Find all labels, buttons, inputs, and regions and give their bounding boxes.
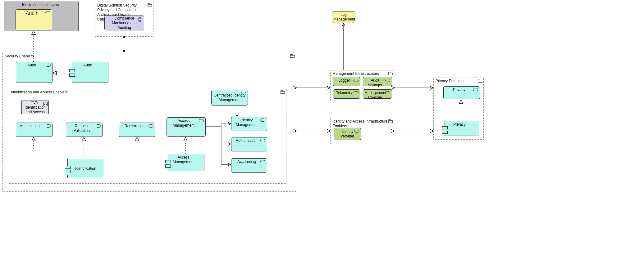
service-icon: [45, 11, 50, 14]
node-label: Telemetry: [335, 91, 354, 95]
node-label: Management Console: [364, 91, 386, 100]
node-label: Access Management: [169, 155, 198, 164]
node-label: Privacy: [445, 88, 473, 92]
node-label: Audit: [17, 63, 46, 68]
list-icon: [43, 102, 47, 106]
service-icon: [46, 124, 51, 128]
node-audit-manager[interactable]: Audit Manager: [363, 77, 392, 86]
node-registration[interactable]: Registration: [119, 123, 155, 137]
group-title: Security Enablers: [5, 54, 39, 59]
service-icon: [96, 124, 101, 128]
service-icon: [385, 91, 390, 94]
node-label: Audit Manager: [364, 78, 386, 88]
node-label: Compliance Monitoring and Auditing: [106, 16, 143, 30]
group-title: Privacy Enablers: [436, 79, 469, 83]
service-icon: [354, 79, 359, 82]
service-icon: [148, 124, 153, 128]
node-label: Log Management: [333, 12, 354, 22]
node-label: Authentication: [17, 124, 46, 128]
node-logger[interactable]: Logger: [333, 77, 360, 86]
node-authentication[interactable]: Authentication: [16, 123, 53, 137]
node-privacy-component[interactable]: Privacy: [445, 121, 479, 136]
node-label: Identity Management: [233, 118, 261, 127]
node-privacy-service[interactable]: Privacy: [443, 86, 480, 99]
node-request-validation[interactable]: Request Validation: [66, 123, 103, 137]
service-icon: [385, 79, 390, 82]
principle-icon: [138, 17, 142, 22]
node-access-management[interactable]: Access Management: [167, 117, 206, 137]
node-authorisation[interactable]: Authorisation: [231, 137, 267, 151]
service-icon: [473, 88, 478, 91]
node-audit-yellow[interactable]: Audit: [16, 9, 52, 30]
folder-icon: [281, 90, 285, 94]
node-label: Logger: [335, 78, 354, 83]
folder-icon: [290, 54, 295, 58]
service-icon: [260, 139, 265, 142]
folder-icon: [478, 79, 482, 83]
node-label: Identification: [69, 166, 103, 171]
node-log-management[interactable]: Log Management: [332, 11, 355, 23]
node-label: Access Management: [168, 119, 199, 128]
node-centralized-identity-mgmt[interactable]: Centralized Identity Management: [211, 90, 248, 106]
service-icon: [241, 92, 246, 95]
node-label: Registration: [120, 124, 149, 128]
group-title: Identity and Access Infrastructure Enabl…: [332, 119, 394, 128]
service-icon: [354, 130, 359, 133]
node-label: Privacy: [446, 122, 473, 127]
node-access-management-component[interactable]: Access Management: [168, 154, 204, 171]
node-audit-service[interactable]: Audit: [16, 62, 53, 83]
node-tva[interactable]: TVA- Identification and Access: [21, 101, 49, 114]
node-label: Audit: [17, 11, 46, 17]
service-icon: [46, 64, 51, 67]
node-label: Authorisation: [233, 138, 261, 143]
node-audit-component[interactable]: Audit: [72, 62, 108, 83]
node-identity-provider[interactable]: Identity Provider: [334, 128, 361, 140]
node-label: Accounting: [233, 159, 261, 164]
node-telemetry[interactable]: Telemetry: [333, 89, 360, 99]
service-icon: [260, 160, 265, 163]
service-icon: [199, 119, 204, 122]
node-compliance-monitoring-auditing[interactable]: Compliance Monitoring and Auditing: [104, 16, 144, 30]
node-identification-component[interactable]: Identification: [67, 159, 104, 178]
node-label: Request Validation: [67, 124, 96, 133]
node-label: Audit: [73, 63, 102, 68]
node-identity-management[interactable]: Identity Management: [231, 117, 267, 131]
group-title: Electronic Identification: [4, 2, 78, 7]
node-accounting[interactable]: Accounting: [231, 158, 267, 173]
service-icon: [354, 91, 359, 94]
group-title: Identification and Access Enablers: [11, 90, 73, 95]
service-icon: [260, 119, 265, 122]
node-management-console[interactable]: Management Console: [363, 89, 392, 99]
